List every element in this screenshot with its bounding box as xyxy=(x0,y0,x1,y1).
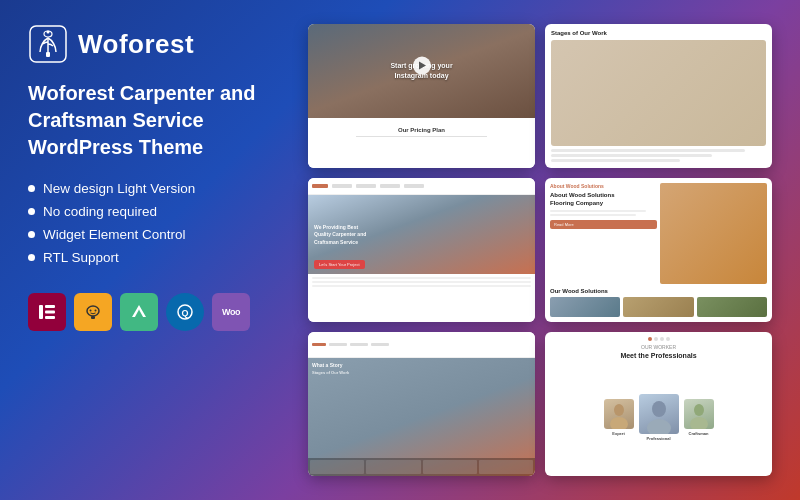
svg-point-17 xyxy=(610,417,628,429)
ss3-nav-item xyxy=(332,184,352,188)
ss2-line xyxy=(551,159,680,162)
screenshot-carpenter: We Providing BestQuality Carpenter andCr… xyxy=(308,178,535,322)
query-badge: Q xyxy=(166,293,204,331)
ss3-content: We Providing BestQuality Carpenter andCr… xyxy=(308,178,535,322)
ss5-nav xyxy=(329,343,347,346)
feature-item: RTL Support xyxy=(28,250,288,265)
ss3-line xyxy=(312,281,531,283)
ss3-hero-text: We Providing BestQuality Carpenter andCr… xyxy=(314,224,366,247)
ss6-section-label: OUR WORKER xyxy=(550,344,767,350)
ss6-content: OUR WORKER Meet the Professionals Expert… xyxy=(545,332,772,476)
ss2-line xyxy=(551,149,745,152)
ss4-text-area: About Wood Solutions About Wood Solution… xyxy=(550,183,657,284)
svg-rect-5 xyxy=(45,305,55,308)
svg-rect-7 xyxy=(45,316,55,319)
ss6-profile: Expert xyxy=(604,399,634,436)
elementor-badge xyxy=(28,293,66,331)
main-container: Woforest Woforest Carpenter and Craftsma… xyxy=(0,0,800,500)
ss6-name: Professional xyxy=(646,436,670,441)
svg-point-3 xyxy=(47,31,50,34)
feature-text: No coding required xyxy=(43,204,157,219)
svg-point-20 xyxy=(694,404,704,416)
feature-item: No coding required xyxy=(28,204,288,219)
ss3-line xyxy=(312,277,531,279)
ss6-avatar xyxy=(604,399,634,429)
ss3-nav-item xyxy=(404,184,424,188)
ss5-subtitle: Stages of Our Work xyxy=(312,370,531,375)
play-button xyxy=(413,56,431,74)
ss3-hero: We Providing BestQuality Carpenter andCr… xyxy=(308,195,535,274)
svg-point-8 xyxy=(87,306,99,316)
svg-point-10 xyxy=(95,310,97,312)
woo-label: Woo xyxy=(222,307,240,317)
svg-point-18 xyxy=(652,401,666,417)
ss3-bottom xyxy=(308,274,535,322)
ss4-content: About Wood Solutions About Wood Solution… xyxy=(545,178,772,322)
bullet-icon xyxy=(28,185,35,192)
ss3-nav-logo xyxy=(312,184,328,188)
feature-text: RTL Support xyxy=(43,250,119,265)
ss4-top: About Wood Solutions About Wood Solution… xyxy=(550,183,767,284)
ss5-hero-text: What a Story xyxy=(312,362,531,368)
ss4-bottom: Our Wood Solutions xyxy=(550,288,767,317)
ss5-logo xyxy=(312,343,326,346)
features-list: New design Light Version No coding requi… xyxy=(28,181,288,265)
bullet-icon xyxy=(28,231,35,238)
ss4-thumb xyxy=(623,297,693,317)
feature-item: Widget Element Control xyxy=(28,227,288,242)
ss4-thumbnails xyxy=(550,297,767,317)
screenshot-stages-grid: What a Story Stages of Our Work xyxy=(308,332,535,476)
ss1-footer: Our Pricing Plan xyxy=(308,118,535,168)
ss3-line xyxy=(312,285,531,287)
ss5-nav xyxy=(350,343,368,346)
svg-rect-1 xyxy=(46,52,50,57)
ss3-cta-button: Let's Start Your Project xyxy=(314,260,365,269)
mailchimp-badge xyxy=(74,293,112,331)
ss6-profiles: Expert Professional Craftsman xyxy=(550,364,767,471)
ss6-profile: Craftsman xyxy=(684,399,714,436)
woocommerce-badge: Woo xyxy=(212,293,250,331)
bullet-icon xyxy=(28,208,35,215)
ss2-image xyxy=(551,40,766,146)
ss4-image xyxy=(660,183,767,284)
ss6-dot xyxy=(648,337,652,341)
screenshot-wood: About Wood Solutions About Wood Solution… xyxy=(545,178,772,322)
ss3-nav-item xyxy=(380,184,400,188)
ss5-nav xyxy=(371,343,389,346)
ss6-dot xyxy=(654,337,658,341)
svg-rect-4 xyxy=(39,305,43,319)
feature-item: New design Light Version xyxy=(28,181,288,196)
ss6-dot xyxy=(666,337,670,341)
bullet-icon xyxy=(28,254,35,261)
svg-point-9 xyxy=(90,310,92,312)
ss4-thumb xyxy=(697,297,767,317)
ss4-bottom-title: Our Wood Solutions xyxy=(550,288,767,294)
svg-point-16 xyxy=(614,404,624,416)
svg-rect-6 xyxy=(45,311,55,314)
svg-text:Q: Q xyxy=(182,308,189,318)
ss6-profile: Professional xyxy=(639,394,679,441)
screenshot-pricing: Start growing yourInstagram today Our Pr… xyxy=(308,24,535,168)
ss3-nav-item xyxy=(356,184,376,188)
ss6-dot xyxy=(660,337,664,341)
ss5-content: What a Story Stages of Our Work xyxy=(308,332,535,476)
ss6-avatar-main xyxy=(639,394,679,434)
ss6-section-title: Meet the Professionals xyxy=(550,352,767,359)
ss4-btn: Read More xyxy=(550,220,657,229)
plant-icon xyxy=(28,24,68,64)
ss6-name: Craftsman xyxy=(689,431,709,436)
svg-point-19 xyxy=(647,419,671,434)
right-panel: Start growing yourInstagram today Our Pr… xyxy=(308,24,772,476)
ss2-content: Stages of Our Work xyxy=(545,24,772,168)
product-title: Woforest Carpenter and Craftsman Service… xyxy=(28,80,288,161)
ss6-name: Expert xyxy=(612,431,624,436)
ss3-nav xyxy=(308,178,535,195)
ss2-lines xyxy=(551,149,766,162)
ss4-title: About Wood SolutionsFlooring Company xyxy=(550,192,657,208)
ss5-header xyxy=(308,332,535,358)
ss5-grid-item xyxy=(366,460,420,474)
feature-text: Widget Element Control xyxy=(43,227,186,242)
ss5-grid-item xyxy=(479,460,533,474)
screenshot-stages: Stages of Our Work xyxy=(545,24,772,168)
ss6-dots xyxy=(550,337,767,341)
